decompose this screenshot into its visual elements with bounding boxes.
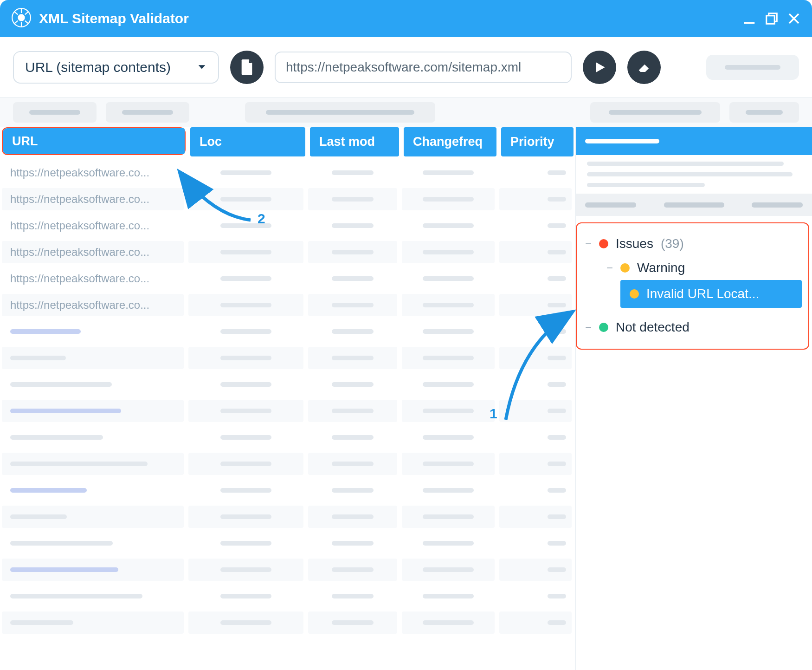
table-row[interactable]	[0, 345, 575, 371]
cell-priority	[499, 373, 572, 396]
filter-chip[interactable]	[106, 102, 189, 123]
cell-change	[402, 479, 495, 501]
cell-loc	[188, 162, 303, 184]
cell-change	[402, 611, 495, 634]
sidebar-summary	[576, 155, 812, 194]
cell-url: https://netpeaksoftware.co...	[2, 241, 184, 263]
cell-loc	[188, 347, 303, 369]
cell-change	[402, 347, 495, 369]
collapse-icon[interactable]: −	[585, 321, 592, 334]
cell-url	[2, 426, 184, 449]
maximize-button[interactable]	[765, 12, 779, 26]
collapse-icon[interactable]: −	[606, 261, 613, 274]
table-row[interactable]	[0, 477, 575, 503]
cell-lastmod	[308, 241, 397, 263]
cell-priority	[499, 611, 572, 634]
cell-loc	[188, 188, 303, 210]
cell-loc	[188, 241, 303, 263]
table-header-row: URL Loc Last mod Changefreq Priority	[0, 127, 575, 156]
col-header-changefreq[interactable]: Changefreq	[404, 127, 496, 156]
table-row[interactable]	[0, 424, 575, 450]
cell-loc	[188, 373, 303, 396]
cell-change	[402, 400, 495, 422]
close-button[interactable]	[787, 12, 801, 26]
cell-url: https://netpeaksoftware.co...	[2, 267, 184, 290]
cell-change	[402, 241, 495, 263]
filter-chip[interactable]	[729, 102, 799, 123]
svg-line-6	[14, 21, 18, 24]
table-row[interactable]	[0, 450, 575, 477]
cell-url	[2, 479, 184, 501]
cell-priority	[499, 506, 572, 528]
col-header-priority[interactable]: Priority	[501, 127, 574, 156]
filter-chip[interactable]	[13, 102, 97, 123]
cell-lastmod	[308, 506, 397, 528]
collapse-icon[interactable]: −	[585, 237, 592, 250]
cell-priority	[499, 453, 572, 475]
cell-loc	[188, 532, 303, 554]
col-header-lastmod[interactable]: Last mod	[310, 127, 399, 156]
svg-rect-8	[744, 22, 755, 24]
cell-loc	[188, 506, 303, 528]
cell-change	[402, 426, 495, 449]
file-button[interactable]	[230, 51, 264, 84]
warning-label: Warning	[637, 260, 685, 275]
table-row[interactable]	[0, 371, 575, 397]
warning-node[interactable]: − Warning	[583, 256, 802, 280]
cell-loc	[188, 215, 303, 237]
table-row[interactable]: https://netpeaksoftware.co...	[0, 292, 575, 318]
not-detected-node[interactable]: − Not detected	[583, 315, 802, 339]
invalid-url-location-item[interactable]: Invalid URL Locat...	[620, 280, 802, 308]
table-row[interactable]: https://netpeaksoftware.co...	[0, 186, 575, 212]
cell-priority	[499, 479, 572, 501]
chevron-down-icon	[197, 59, 207, 75]
cell-priority	[499, 188, 572, 210]
filter-chip[interactable]	[245, 102, 435, 123]
filter-chip[interactable]	[590, 102, 720, 123]
cell-lastmod	[308, 559, 397, 581]
table-row[interactable]	[0, 397, 575, 424]
cell-priority	[499, 267, 572, 290]
cell-url	[2, 320, 184, 343]
table-row[interactable]	[0, 556, 575, 583]
cell-url	[2, 559, 184, 581]
table-row[interactable]: https://netpeaksoftware.co...	[0, 265, 575, 292]
table-row[interactable]: https://netpeaksoftware.co...	[0, 239, 575, 265]
svg-rect-10	[767, 16, 775, 24]
cell-lastmod	[308, 347, 397, 369]
cell-lastmod	[308, 400, 397, 422]
col-header-loc[interactable]: Loc	[190, 127, 305, 156]
results-table: URL Loc Last mod Changefreq Priority htt…	[0, 127, 575, 670]
col-header-url[interactable]: URL	[3, 128, 185, 154]
minimize-button[interactable]	[742, 12, 756, 26]
table-row[interactable]	[0, 318, 575, 345]
erase-button[interactable]	[627, 51, 661, 84]
table-row[interactable]	[0, 609, 575, 636]
play-button[interactable]	[583, 51, 616, 84]
table-row[interactable]: https://netpeaksoftware.co...	[0, 159, 575, 186]
issues-root[interactable]: − Issues (39)	[583, 232, 802, 256]
sitemap-url-input[interactable]	[275, 52, 572, 83]
cell-lastmod	[308, 426, 397, 449]
table-row[interactable]: https://netpeaksoftware.co...	[0, 212, 575, 239]
toolbar-extra-button[interactable]	[706, 55, 799, 80]
table-row[interactable]	[0, 503, 575, 530]
mode-select[interactable]: URL (sitemap contents)	[13, 51, 219, 84]
cell-loc	[188, 294, 303, 316]
issues-sidebar: − Issues (39) − Warning Invalid URL Loca…	[575, 127, 812, 670]
cell-loc	[188, 320, 303, 343]
table-row[interactable]	[0, 583, 575, 609]
cell-url: https://netpeaksoftware.co...	[2, 188, 184, 210]
issues-panel-highlight: − Issues (39) − Warning Invalid URL Loca…	[576, 222, 809, 350]
sidebar-header	[576, 127, 812, 155]
issues-label: Issues	[616, 236, 653, 251]
cell-change	[402, 453, 495, 475]
mode-select-label: URL (sitemap contents)	[25, 59, 171, 75]
table-row[interactable]	[0, 530, 575, 556]
cell-priority	[499, 559, 572, 581]
cell-lastmod	[308, 320, 397, 343]
cell-change	[402, 506, 495, 528]
cell-url	[2, 373, 184, 396]
cell-priority	[499, 162, 572, 184]
cell-url	[2, 532, 184, 554]
